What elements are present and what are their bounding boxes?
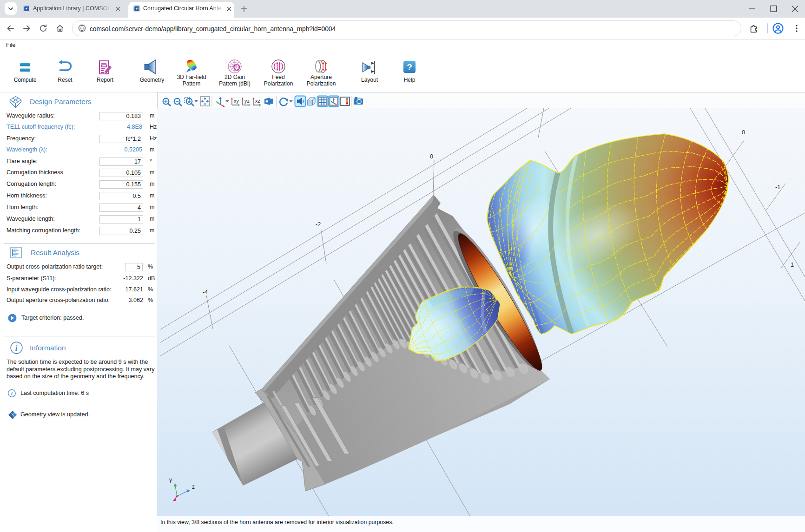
svg-text:i: i <box>15 344 18 353</box>
svg-text:-4: -4 <box>203 289 208 296</box>
svg-text:-1: -1 <box>775 184 780 190</box>
svg-text:0: 0 <box>742 129 745 136</box>
svg-text:i: i <box>11 391 13 396</box>
svg-text:0: 0 <box>430 153 433 160</box>
svg-text:yz: yz <box>244 98 250 104</box>
svg-text:-2: -2 <box>316 221 321 228</box>
svg-text:y: y <box>169 477 172 483</box>
svg-text:?: ? <box>407 62 412 72</box>
svg-text:1: 1 <box>791 262 794 268</box>
svg-text:z: z <box>192 484 195 490</box>
svg-text:xy: xy <box>234 98 239 104</box>
svg-text:xz: xz <box>255 98 260 104</box>
